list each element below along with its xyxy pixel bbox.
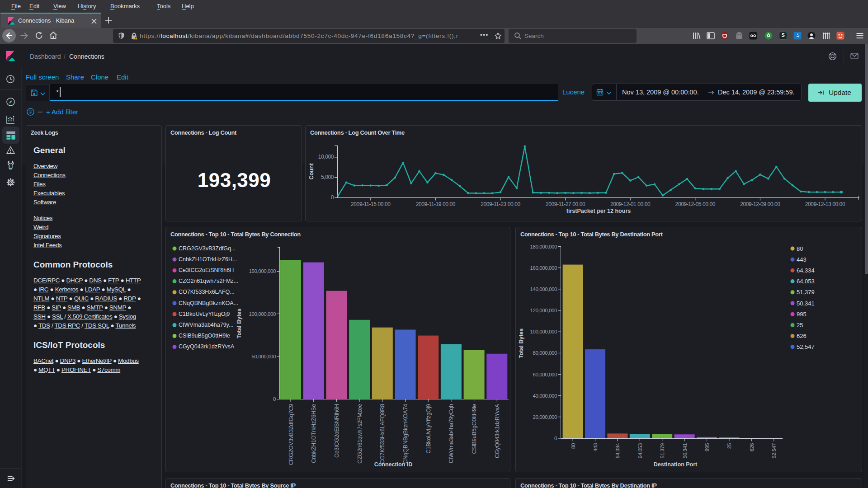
svg-text:140,000,000: 140,000,000 <box>530 286 557 292</box>
svg-text:CRG2GV3vB3ZdfGq...: CRG2GV3vB3ZdfGq... <box>179 245 236 252</box>
svg-text:CGyQ043rk1dzRYvsA: CGyQ043rk1dzRYvsA <box>494 404 500 458</box>
svg-text:Total Bytes: Total Bytes <box>236 309 242 338</box>
svg-text:443: 443 <box>797 256 807 263</box>
svg-text:60,000,000: 60,000,000 <box>533 372 557 377</box>
svg-text:50,000,000: 50,000,000 <box>251 354 276 359</box>
svg-text:52,547: 52,547 <box>771 443 777 458</box>
svg-text:150,000,000: 150,000,000 <box>249 268 276 274</box>
svg-text:CnbkZH1OTrkHzZ6H...: CnbkZH1OTrkHzZ6H... <box>179 256 237 263</box>
svg-text:52,547: 52,547 <box>797 343 815 350</box>
svg-text:2009-11-27 00:00: 2009-11-27 00:00 <box>546 201 585 207</box>
svg-text:C1BkoUvLyYffzgOj9: C1BkoUvLyYffzgOj9 <box>179 311 230 317</box>
svg-text:2009-12-01 00:00: 2009-12-01 00:00 <box>610 201 651 207</box>
svg-text:100,000,000: 100,000,000 <box>249 311 276 317</box>
svg-text:160,000,000: 160,000,000 <box>530 265 557 271</box>
svg-text:80: 80 <box>797 245 803 252</box>
svg-text:25: 25 <box>726 443 732 449</box>
svg-text:100,000,000: 100,000,000 <box>530 329 557 334</box>
svg-text:Ce3ICG2oEiSNRlh6H: Ce3ICG2oEiSNRlh6H <box>334 404 340 458</box>
svg-text:2009-11-23 00:00: 2009-11-23 00:00 <box>481 201 520 207</box>
svg-text:2009-12-05 00:00: 2009-12-05 00:00 <box>675 201 716 207</box>
svg-text:5,000: 5,000 <box>321 174 334 180</box>
svg-text:CZG2n61qwh7s2FMz...: CZG2n61qwh7s2FMz... <box>179 278 238 284</box>
svg-text:120,000,000: 120,000,000 <box>530 308 557 313</box>
svg-text:40,000,000: 40,000,000 <box>533 393 557 399</box>
svg-text:20,000,000: 20,000,000 <box>533 414 557 420</box>
svg-text:CIWVma3ab4ha79y...: CIWVma3ab4ha79y... <box>179 322 233 328</box>
svg-text:64,053: 64,053 <box>637 443 643 458</box>
svg-text:80,000,000: 80,000,000 <box>533 350 557 356</box>
svg-text:CSlB9uB5gO0ttH9le: CSlB9uB5gO0ttH9le <box>179 333 230 339</box>
svg-text:CNqQBNBgBkznKOA74: CNqQBNBgBkznKOA74 <box>402 404 409 464</box>
svg-text:64,053: 64,053 <box>797 278 815 285</box>
svg-text:64,334: 64,334 <box>615 443 620 458</box>
svg-text:CnbkZH1OTrkHzZ6HSe: CnbkZH1OTrkHzZ6HSe <box>311 404 317 463</box>
svg-text:995: 995 <box>797 311 807 318</box>
svg-text:2009-12-09 00:00: 2009-12-09 00:00 <box>740 201 780 207</box>
svg-text:CIWVma3ab4ha79yCqh: CIWVma3ab4ha79yCqh <box>448 404 454 463</box>
svg-text:CO7Kf533Hx6LAFQ8R8: CO7Kf533Hx6LAFQ8R8 <box>379 404 386 464</box>
svg-text:CO7Kf533Hx6LAFQ...: CO7Kf533Hx6LAFQ... <box>179 289 235 295</box>
svg-text:80: 80 <box>571 443 576 449</box>
svg-text:50,341: 50,341 <box>797 300 815 307</box>
svg-text:CSlB9uB5gO0ttH9le: CSlB9uB5gO0ttH9le <box>471 404 477 454</box>
svg-text:626: 626 <box>749 443 755 451</box>
svg-text:25: 25 <box>797 322 803 328</box>
svg-text:2009-11-19 00:00: 2009-11-19 00:00 <box>416 201 456 207</box>
svg-text:Connection ID: Connection ID <box>374 461 413 468</box>
svg-text:CNqQBNBgBkznKOA...: CNqQBNBgBkznKOA... <box>179 300 238 306</box>
svg-text:Total Bytes: Total Bytes <box>518 328 524 358</box>
svg-text:626: 626 <box>797 333 807 339</box>
svg-text:443: 443 <box>593 443 598 451</box>
svg-text:64,334: 64,334 <box>797 267 815 274</box>
svg-text:50,341: 50,341 <box>682 443 688 458</box>
svg-text:0: 0 <box>554 436 557 441</box>
svg-text:Count: Count <box>308 163 315 180</box>
svg-text:51,379: 51,379 <box>797 289 815 296</box>
svg-text:2009-12-13 00:00: 2009-12-13 00:00 <box>805 201 845 207</box>
svg-text:0: 0 <box>331 194 334 201</box>
svg-text:CZG2n61qwh7s2FMzee: CZG2n61qwh7s2FMzee <box>357 404 363 464</box>
svg-text:0: 0 <box>273 396 276 402</box>
svg-text:C1BkoUvLyYffzgOj9: C1BkoUvLyYffzgOj9 <box>425 404 432 454</box>
svg-text:Destination Port: Destination Port <box>654 461 698 468</box>
svg-text:CGyQ043rk1dzRYvsA: CGyQ043rk1dzRYvsA <box>179 343 235 350</box>
svg-text:180,000,000: 180,000,000 <box>530 244 557 249</box>
svg-text:CRG2GV3vB3ZdfGq7C9: CRG2GV3vB3ZdfGq7C9 <box>288 404 294 465</box>
svg-text:51,379: 51,379 <box>660 443 665 458</box>
svg-text:995: 995 <box>704 443 710 451</box>
svg-text:Ce3ICG2oEiSNRlh6H: Ce3ICG2oEiSNRlh6H <box>179 267 234 273</box>
svg-text:2009-11-15 00:00: 2009-11-15 00:00 <box>351 201 391 207</box>
svg-text:10,000: 10,000 <box>318 154 334 160</box>
svg-text:firstPacket per 12 hours: firstPacket per 12 hours <box>566 208 631 214</box>
